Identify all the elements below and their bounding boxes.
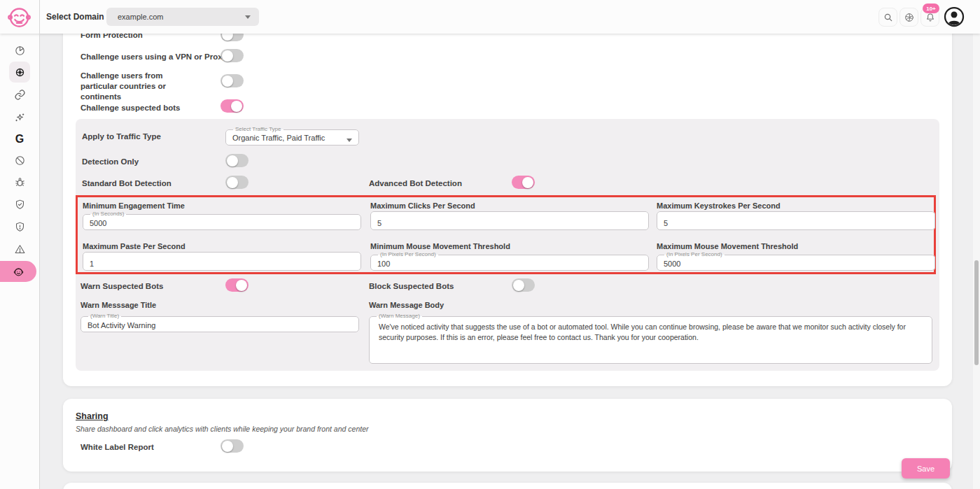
sidebar-item-links[interactable] bbox=[0, 84, 39, 105]
bot-icon bbox=[14, 176, 26, 188]
standard-bot-label: Standard Bot Detection bbox=[82, 178, 172, 189]
apply-traffic-label: Apply to Traffic Type bbox=[82, 132, 161, 142]
min-mouse-field: (In Pixels Per Second) bbox=[370, 252, 649, 271]
pie-chart-icon bbox=[14, 45, 26, 57]
warn-suspected-label: Warn Suspected Bots bbox=[80, 281, 163, 292]
countries-label: Challenge users from particular countrie… bbox=[80, 71, 201, 102]
max-paste-input[interactable] bbox=[83, 252, 361, 271]
globe-button[interactable] bbox=[899, 8, 918, 27]
sidebar-item-analytics[interactable] bbox=[0, 62, 39, 83]
min-engagement-input[interactable] bbox=[83, 211, 361, 230]
sidebar-item-security[interactable] bbox=[0, 216, 39, 237]
warn-title-label: Warn Messsage Title bbox=[80, 301, 156, 309]
google-g-icon: G bbox=[15, 133, 24, 146]
countries-toggle[interactable] bbox=[220, 74, 244, 87]
domain-select-value: example.com bbox=[118, 13, 245, 21]
warn-title-field: (Warn Title) bbox=[80, 313, 359, 332]
white-label-label: White Label Report bbox=[80, 442, 154, 453]
max-keystrokes-input[interactable] bbox=[657, 211, 935, 230]
sharing-card: Sharing Share dashboard and click analyt… bbox=[63, 399, 952, 472]
advanced-bot-label: Advanced Bot Detection bbox=[369, 178, 462, 189]
vpn-proxy-label: Challenge users using a VPN or Proxy bbox=[80, 52, 227, 62]
notification-badge: 10+ bbox=[923, 3, 939, 13]
search-icon bbox=[883, 12, 894, 23]
sidebar-item-alerts[interactable] bbox=[0, 239, 39, 260]
white-label-toggle[interactable] bbox=[220, 439, 244, 453]
sidebar-divider bbox=[39, 0, 40, 489]
chevron-down-icon bbox=[245, 15, 251, 19]
min-mouse-input[interactable] bbox=[370, 252, 649, 271]
warning-triangle-icon bbox=[14, 243, 26, 255]
sidebar-item-protection[interactable] bbox=[0, 194, 39, 215]
max-clicks-field bbox=[370, 211, 649, 230]
sidebar-item-bot-settings-active[interactable] bbox=[0, 261, 36, 282]
traffic-type-select-value: Organic Traffic, Paid Traffic bbox=[232, 134, 325, 142]
search-button[interactable] bbox=[878, 8, 897, 27]
vpn-proxy-toggle[interactable] bbox=[220, 49, 244, 62]
sidebar-item-google[interactable]: G bbox=[0, 129, 39, 150]
link-icon bbox=[14, 89, 26, 101]
warn-body-textarea[interactable]: We've noticed activity that suggests the… bbox=[369, 313, 932, 364]
min-engagement-label: Minimum Engagement Time bbox=[83, 201, 185, 210]
save-button[interactable]: Save bbox=[902, 458, 950, 479]
shield-check-icon bbox=[14, 199, 26, 211]
app-root: Form Protection Challenge users using a … bbox=[0, 0, 980, 489]
app-logo-icon[interactable] bbox=[6, 4, 32, 30]
sidebar-item-bots[interactable] bbox=[0, 171, 39, 192]
next-section-card bbox=[63, 483, 952, 489]
block-icon bbox=[14, 155, 26, 166]
bot-face-icon bbox=[12, 265, 25, 278]
sharing-subtitle: Share dashboard and click analytics with… bbox=[76, 425, 369, 433]
sidebar-item-blocking[interactable] bbox=[0, 150, 39, 171]
warn-body-field: (Warn Message) We've noticed activity th… bbox=[369, 313, 932, 364]
donut-chart-icon bbox=[14, 66, 26, 78]
min-mouse-label: Minimum Mouse Movement Threshold bbox=[370, 242, 510, 250]
min-engagement-field: (In Seconds) bbox=[83, 211, 361, 230]
shield-alert-icon bbox=[14, 221, 26, 233]
thresholds-highlight-box: Minimum Engagement Time (In Seconds) Max… bbox=[76, 195, 936, 274]
detection-only-toggle[interactable] bbox=[225, 154, 248, 167]
max-mouse-input[interactable] bbox=[657, 252, 935, 271]
globe-icon bbox=[904, 12, 915, 23]
detection-only-label: Detection Only bbox=[82, 157, 139, 167]
sidebar: G bbox=[0, 34, 39, 489]
max-mouse-label: Maximum Mouse Movement Threshold bbox=[657, 242, 798, 250]
standard-bot-toggle[interactable] bbox=[225, 176, 248, 189]
sidebar-item-magic[interactable] bbox=[0, 106, 39, 127]
sidebar-item-dashboard[interactable] bbox=[0, 40, 39, 61]
max-keystrokes-label: Maximum Keystrokes Per Second bbox=[657, 201, 780, 210]
block-suspected-toggle[interactable] bbox=[512, 278, 535, 292]
max-mouse-field: (In Pixels Per Second) bbox=[657, 252, 935, 271]
warn-suspected-toggle[interactable] bbox=[225, 278, 248, 292]
max-clicks-input[interactable] bbox=[370, 211, 649, 230]
max-paste-field bbox=[83, 252, 361, 271]
magic-cursor-icon bbox=[14, 111, 26, 123]
account-icon bbox=[944, 6, 965, 27]
domain-select[interactable]: example.com bbox=[106, 8, 259, 26]
suspected-bots-toggle[interactable] bbox=[220, 99, 244, 113]
warn-body-label: Warn Message Body bbox=[369, 301, 444, 309]
warn-title-input[interactable] bbox=[80, 313, 359, 332]
scrollbar-thumb[interactable] bbox=[974, 260, 979, 365]
max-clicks-label: Maximum Clicks Per Second bbox=[370, 201, 475, 210]
bot-protection-card: Form Protection Challenge users using a … bbox=[63, 20, 952, 386]
topbar: Select Domain example.com 10+ bbox=[0, 0, 980, 34]
account-button[interactable] bbox=[944, 6, 965, 27]
sharing-title: Sharing bbox=[76, 411, 108, 421]
max-keystrokes-field bbox=[657, 211, 935, 230]
advanced-bot-toggle[interactable] bbox=[512, 176, 535, 189]
traffic-type-select[interactable]: Select Traffic Type Organic Traffic, Pai… bbox=[225, 127, 359, 146]
select-domain-label: Select Domain bbox=[46, 12, 104, 22]
block-suspected-label: Block Suspected Bots bbox=[369, 281, 454, 292]
chevron-down-icon bbox=[346, 139, 352, 142]
max-paste-label: Maximum Paste Per Second bbox=[83, 242, 186, 250]
suspected-bots-label: Challenge suspected bots bbox=[80, 103, 181, 113]
bot-detection-panel: Apply to Traffic Type Select Traffic Typ… bbox=[76, 119, 939, 371]
